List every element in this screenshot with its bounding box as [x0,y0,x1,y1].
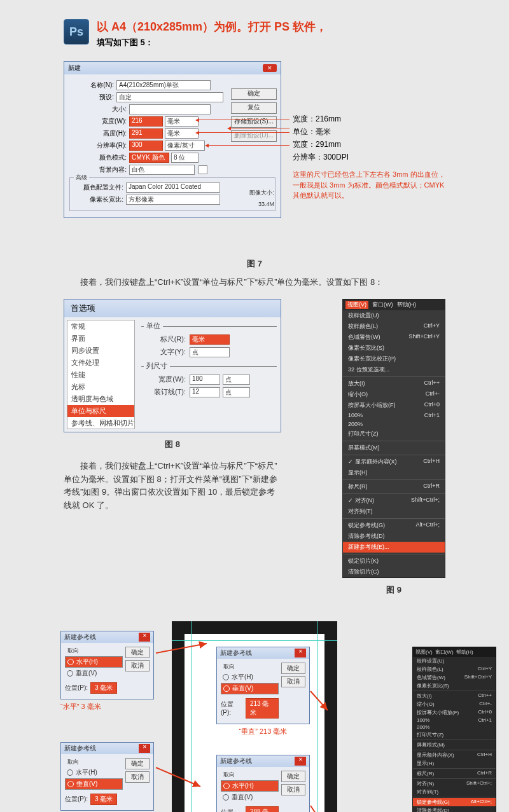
menu-item[interactable]: 缩小(O)Ctrl+- [343,389,445,400]
sidebar-item[interactable]: 常规 [67,320,134,333]
sidebar-item[interactable]: 光标 [67,381,134,393]
cancel-button[interactable]: 取消 [125,660,150,671]
menu-item[interactable]: 放大(I)Ctrl++ [343,378,445,389]
menu-item[interactable]: 显示(H) [413,759,496,767]
radio-vertical[interactable]: 垂直(V) [221,683,279,694]
ruler-select[interactable]: 毫米 [190,334,230,345]
menu-item[interactable]: 锁定参考线(G)Alt+Ctrl+; [343,520,445,531]
menu-item[interactable]: ✓ 显示额外内容(X)Ctrl+H [343,457,445,467]
name-input[interactable]: A4(210x285mm)单张 [116,80,211,90]
save-preset-button[interactable]: 存储预设(S)... [231,116,277,128]
ok-button[interactable]: 确定 [125,758,150,769]
cancel-button[interactable]: 取消 [125,771,150,783]
menu-item[interactable]: 对齐(N)Shift+Ctrl+; [413,780,496,788]
menu-item[interactable]: 新建参考线(E)... [343,542,445,553]
menu-item[interactable]: 对齐到(T) [413,788,496,796]
menu-item[interactable]: 100%Ctrl+1 [343,411,445,420]
profile-select[interactable]: Japan Color 2001 Coated [126,182,220,193]
menu-item[interactable]: 清除参考线(D) [343,531,445,542]
close-icon[interactable]: ✕ [295,649,306,657]
radio-vertical[interactable]: 垂直(V) [65,668,123,678]
menu-tab[interactable]: 窗口(W) [435,649,454,656]
menu-item[interactable]: 200% [413,724,496,731]
resolution-input[interactable]: 300 [129,141,163,151]
menu-item[interactable]: 锁定切片(K) [343,556,445,567]
menu-tab[interactable]: 窗口(W) [372,301,393,309]
sidebar-item[interactable]: 透明度与色域 [67,393,134,405]
menu-tab[interactable]: 视图(V) [415,649,433,656]
pos-input[interactable]: 213 毫米 [246,698,279,719]
menu-item[interactable]: 标尺(R)Ctrl+R [413,769,496,778]
menu-item[interactable]: 按屏幕大小缩放(F)Ctrl+0 [343,400,445,411]
pos-input[interactable]: 288 毫米 [246,806,279,812]
color-swatch[interactable] [199,165,207,174]
radio-horizontal[interactable]: 水平(H) [221,780,279,792]
cancel-button[interactable]: 取消 [281,784,305,795]
menu-item[interactable]: 显示额外内容(X)Ctrl+H [413,751,496,759]
menu-item[interactable]: 放大(I)Ctrl++ [413,692,496,700]
close-icon[interactable]: ✕ [263,64,277,72]
menu-tab[interactable]: 帮助(H) [397,301,417,309]
gutter-unit[interactable]: 点 [223,387,250,397]
menu-item[interactable]: 标尺(R)Ctrl+R [343,481,445,492]
ok-button[interactable]: 确定 [125,647,150,658]
menu-item[interactable]: 屏幕模式(M) [343,443,445,453]
colw-unit[interactable]: 点 [223,375,250,385]
menu-item[interactable]: 200% [343,420,445,429]
cancel-button[interactable]: 取消 [281,676,305,687]
menu-item[interactable]: 色域警告(W)Shift+Ctrl+Y [413,673,496,682]
sidebar-item[interactable]: 同步设置 [67,345,134,357]
height-input[interactable]: 291 [129,128,163,139]
menu-item[interactable]: 清除切片(C) [343,567,445,577]
menu-item[interactable]: 校样颜色(L)Ctrl+Y [343,321,445,332]
size-select[interactable] [129,104,211,114]
close-icon[interactable]: ✕ [295,757,306,766]
radio-horizontal[interactable]: 水平(H) [65,656,123,668]
menu-item[interactable]: 按屏幕大小缩放(F)Ctrl+0 [413,708,496,717]
close-icon[interactable]: ✕ [139,744,150,753]
bit-select[interactable]: 8 位 [171,153,199,163]
radio-horizontal[interactable]: 水平(H) [65,767,123,778]
menu-item[interactable]: ✓ 对齐(N)Shift+Ctrl+; [343,495,445,506]
menu-item[interactable]: 对齐到(T) [343,506,445,517]
menu-item[interactable]: 显示(H) [343,467,445,478]
preset-select[interactable]: 自定 [116,92,223,102]
resolution-unit[interactable]: 像素/英寸 [165,141,205,151]
color-mode-select[interactable]: CMYK 颜色 [129,153,169,163]
menu-item[interactable]: 打印尺寸(Z) [343,429,445,439]
sidebar-item[interactable]: 参考线、网格和切片 [67,417,134,429]
menu-item[interactable]: 锁定参考线(G)Alt+Ctrl+; [413,798,496,806]
radio-horizontal[interactable]: 水平(H) [221,672,279,682]
radio-vertical[interactable]: 垂直(V) [65,778,123,790]
menu-item[interactable]: 色域警告(W)Shift+Ctrl+Y [343,332,445,343]
sidebar-item[interactable]: 界面 [67,333,134,345]
menu-item[interactable]: 校样设置(U) [413,657,496,665]
ok-button[interactable]: 确定 [231,88,277,100]
menu-item[interactable]: 32 位预览选项... [343,364,445,375]
gutter-input[interactable]: 12 [190,387,220,397]
width-input[interactable]: 216 [129,116,163,127]
menu-item[interactable]: 像素长宽比(S) [413,682,496,690]
menu-item[interactable]: 缩小(O)Ctrl+- [413,700,496,708]
pos-input[interactable]: 3 毫米 [90,794,117,805]
ok-button[interactable]: 确定 [281,663,305,674]
menu-item[interactable]: 屏幕模式(M) [413,741,496,749]
menu-item[interactable]: 像素长宽比校正(P) [343,354,445,364]
menu-item[interactable]: 校样颜色(L)Ctrl+Y [413,665,496,673]
radio-vertical[interactable]: 垂直(V) [221,792,279,802]
ok-button[interactable]: 确定 [281,771,305,782]
menu-item[interactable]: 校样设置(U) [343,310,445,321]
menu-tab[interactable]: 视图(V) [345,301,368,309]
pos-input[interactable]: 3 毫米 [90,682,117,694]
menu-item[interactable]: 清除参考线(D) [413,806,496,812]
sidebar-item[interactable]: 性能 [67,369,134,381]
aspect-select[interactable]: 方形像素 [126,195,220,205]
sidebar-item[interactable]: 文件处理 [67,357,134,369]
background-select[interactable]: 白色 [129,165,195,175]
close-icon[interactable]: ✕ [139,633,150,642]
menu-item[interactable]: 打印尺寸(Z) [413,731,496,739]
sidebar-item[interactable]: 单位与标尺 [67,405,134,417]
menu-tab[interactable]: 帮助(H) [456,649,473,656]
colw-input[interactable]: 180 [190,375,220,385]
type-select[interactable]: 点 [190,347,230,357]
